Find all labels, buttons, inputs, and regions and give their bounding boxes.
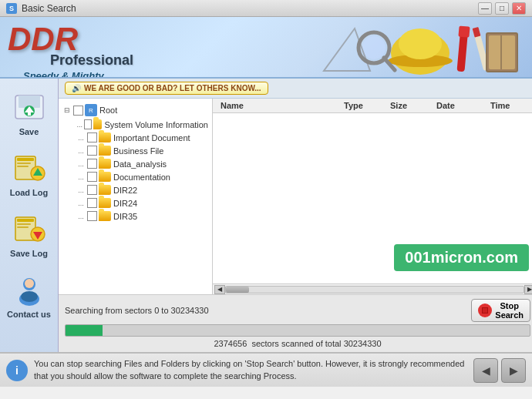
progress-bar-fill xyxy=(66,325,103,336)
title-bar: S Basic Search — □ ✕ xyxy=(0,0,532,17)
minimize-button[interactable]: — xyxy=(478,2,492,15)
app-icon: S xyxy=(6,3,17,14)
tree-expand-1[interactable]: ... xyxy=(76,133,86,142)
tree-root-label: Root xyxy=(99,106,117,115)
file-panel: Name Type Size Date Time 001micron.com ◀… xyxy=(213,99,532,294)
folder-icon-3 xyxy=(99,159,111,169)
folder-icon-4 xyxy=(99,172,111,182)
searching-label: Searching from sectors 0 to 30234330 xyxy=(65,306,209,315)
progress-area: Searching from sectors 0 to 30234330 Sto… xyxy=(59,294,532,352)
tree-item-label-2: Business File xyxy=(113,146,163,156)
tree-expand-7[interactable]: ... xyxy=(76,212,86,221)
status-bar: i You can stop searching Files and Folde… xyxy=(0,352,532,387)
tree-checkbox-1[interactable] xyxy=(87,132,97,142)
tree-item[interactable]: ... DIR35 xyxy=(62,210,208,223)
tree-expand-5[interactable]: ... xyxy=(76,186,86,195)
tree-item[interactable]: ... DIR22 xyxy=(62,183,208,196)
scroll-track[interactable] xyxy=(225,286,524,293)
header-decorations xyxy=(308,21,524,79)
svg-rect-19 xyxy=(28,112,31,116)
load-log-label: Load Log xyxy=(10,188,49,197)
feedback-icon: 🔊 xyxy=(72,84,81,92)
save-icon xyxy=(11,88,48,125)
svg-point-6 xyxy=(399,28,442,59)
feedback-button[interactable]: 🔊 WE ARE GOOD OR BAD? LET OTHERS KNOW... xyxy=(65,82,268,95)
right-panel: 🔊 WE ARE GOOD OR BAD? LET OTHERS KNOW...… xyxy=(59,79,532,352)
col-time: Time xyxy=(487,101,532,110)
tree-item-label-1: Important Document xyxy=(113,133,190,142)
close-button[interactable]: ✕ xyxy=(512,2,526,15)
contact-us-label: Contact us xyxy=(7,310,51,319)
tree-expand-0[interactable]: ... xyxy=(76,120,82,129)
app-logo: DDR Professional Speedy & Mighty xyxy=(8,23,133,79)
tree-expand-4[interactable]: ... xyxy=(76,173,86,182)
save-button[interactable]: Save xyxy=(0,82,58,142)
horizontal-scrollbar[interactable]: ◀ ▶ xyxy=(213,283,532,294)
svg-rect-3 xyxy=(458,26,470,38)
tree-expand-6[interactable]: ... xyxy=(76,199,86,208)
navigation-buttons: ◀ ▶ xyxy=(473,358,526,383)
stop-square-icon xyxy=(482,307,488,314)
tree-checkbox-4[interactable] xyxy=(87,172,97,182)
main-content: Save Load Log xyxy=(0,79,532,352)
status-text: You can stop searching Files and Folders… xyxy=(34,358,467,382)
contact-us-icon xyxy=(11,270,48,307)
tree-item-label-3: Data_analysis xyxy=(113,159,167,169)
tree-root[interactable]: ⊟ R Root xyxy=(62,102,208,118)
tree-item-label-0: System Volume Information xyxy=(104,120,208,129)
window-controls: — □ ✕ xyxy=(478,2,526,15)
col-size: Size xyxy=(386,101,433,110)
progress-bar-track xyxy=(65,324,530,337)
info-icon: i xyxy=(6,360,28,381)
tree-item[interactable]: ... System Volume Information xyxy=(62,118,208,131)
tree-file-area: ⊟ R Root ... System Volume Information .… xyxy=(59,99,532,294)
tree-checkbox-2[interactable] xyxy=(87,146,97,156)
load-log-button[interactable]: Load Log xyxy=(0,143,58,203)
tree-item[interactable]: ... DIR24 xyxy=(62,196,208,210)
load-log-icon xyxy=(11,149,48,186)
tree-checkbox-3[interactable] xyxy=(87,159,97,169)
tree-checkbox-5[interactable] xyxy=(87,185,97,195)
svg-rect-23 xyxy=(17,166,29,167)
forward-button[interactable]: ▶ xyxy=(501,358,526,383)
tree-expand-root[interactable]: ⊟ xyxy=(62,106,72,115)
scroll-left-arrow[interactable]: ◀ xyxy=(214,285,225,294)
tree-item[interactable]: ... Important Document xyxy=(62,131,208,144)
save-log-button[interactable]: Save Log xyxy=(0,204,58,263)
folder-icon-7 xyxy=(99,211,111,221)
col-name: Name xyxy=(217,101,340,110)
folder-icon-1 xyxy=(99,132,111,142)
svg-point-8 xyxy=(362,36,386,59)
save-log-label: Save Log xyxy=(10,249,48,258)
tree-item[interactable]: ... Business File xyxy=(62,144,208,157)
tree-checkbox-6[interactable] xyxy=(87,198,97,208)
folder-icon-2 xyxy=(99,146,111,156)
stop-icon xyxy=(478,303,492,317)
tree-expand-3[interactable]: ... xyxy=(76,159,86,169)
tree-expand-2[interactable]: ... xyxy=(76,146,86,156)
svg-rect-27 xyxy=(17,219,34,222)
tree-item[interactable]: ... Documentation xyxy=(62,170,208,183)
scroll-right-arrow[interactable]: ▶ xyxy=(524,285,532,294)
save-label: Save xyxy=(19,127,39,136)
tree-item[interactable]: ... Data_analysis xyxy=(62,157,208,170)
svg-rect-22 xyxy=(17,163,31,164)
col-date: Date xyxy=(433,101,487,110)
tree-checkbox-0[interactable] xyxy=(84,119,92,129)
watermark: 001micron.com xyxy=(394,244,529,271)
logo-professional-text: Professional xyxy=(50,52,133,69)
svg-rect-12 xyxy=(489,35,515,69)
tree-checkbox-root[interactable] xyxy=(73,106,83,116)
back-button[interactable]: ◀ xyxy=(473,358,498,383)
contact-us-button[interactable]: Contact us xyxy=(0,265,58,324)
svg-rect-21 xyxy=(17,158,34,161)
maximize-button[interactable]: □ xyxy=(495,2,509,15)
scroll-thumb[interactable] xyxy=(226,287,249,293)
sidebar: Save Load Log xyxy=(0,79,59,352)
folder-icon-6 xyxy=(99,198,111,208)
tree-checkbox-7[interactable] xyxy=(87,211,97,221)
tree-panel[interactable]: ⊟ R Root ... System Volume Information .… xyxy=(59,99,213,294)
folder-icon-5 xyxy=(99,185,111,195)
window-title: Basic Search xyxy=(22,3,478,14)
stop-search-button[interactable]: StopSearch xyxy=(471,299,530,322)
